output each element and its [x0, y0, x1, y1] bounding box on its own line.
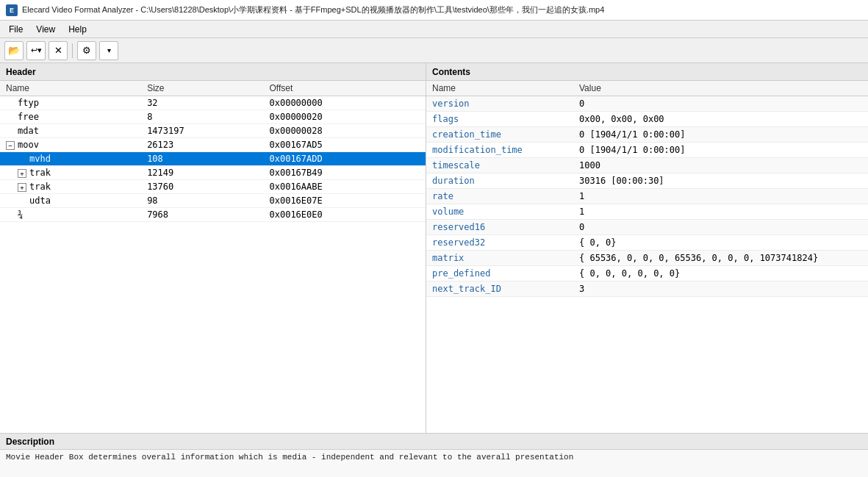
contents-panel-title: Contents	[426, 63, 868, 81]
header-table-header-row: Name Size Offset	[0, 81, 426, 96]
header-panel-title: Header	[0, 63, 426, 81]
menu-help[interactable]: Help	[62, 23, 93, 36]
table-row[interactable]: mdat14731970x00000028	[0, 124, 426, 138]
header-scroll-area[interactable]: Name Size Offset ftyp320x00000000free80x…	[0, 81, 426, 433]
list-item[interactable]: volume1	[426, 204, 868, 220]
content-field-name: reserved16	[426, 220, 573, 235]
list-item[interactable]: duration30316 [00:00:30]	[426, 173, 868, 189]
row-offset: 0x00167ADD	[263, 152, 426, 166]
row-name: udta	[0, 194, 141, 208]
table-row[interactable]: +trak121490x00167B49	[0, 166, 426, 180]
list-item[interactable]: rate1	[426, 189, 868, 204]
header-table: Name Size Offset ftyp320x00000000free80x…	[0, 81, 426, 222]
extra-button[interactable]: ▾	[99, 41, 118, 60]
content-field-value: 3	[573, 281, 868, 297]
content-field-value: 0	[573, 96, 868, 112]
row-offset: 0x00000028	[263, 124, 426, 138]
toolbar: 📂 ↩▾ ✕ ⚙ ▾	[0, 38, 868, 63]
contents-col-name: Name	[426, 81, 573, 96]
row-offset: 0x00167AD5	[263, 138, 426, 152]
row-size: 108	[141, 152, 263, 166]
content-field-name: next_track_ID	[426, 281, 573, 297]
list-item[interactable]: reserved32{ 0, 0}	[426, 235, 868, 251]
table-row[interactable]: free80x00000020	[0, 110, 426, 124]
list-item[interactable]: matrix{ 65536, 0, 0, 0, 65536, 0, 0, 0, …	[426, 251, 868, 266]
close-button[interactable]: ✕	[49, 41, 68, 60]
list-item[interactable]: version0	[426, 96, 868, 112]
content-field-name: modification_time	[426, 143, 573, 158]
list-item[interactable]: flags0x00, 0x00, 0x00	[426, 112, 868, 127]
content-field-name: volume	[426, 204, 573, 220]
contents-table-body: version0flags0x00, 0x00, 0x00creation_ti…	[426, 96, 868, 297]
content-field-name: reserved32	[426, 235, 573, 251]
main-area: Header Name Size Offset ftyp320x00000000…	[0, 63, 868, 433]
contents-col-value: Value	[573, 81, 868, 96]
list-item[interactable]: creation_time0 [1904/1/1 0:00:00]	[426, 127, 868, 143]
description-bar: Description Movie Header Box determines …	[0, 433, 868, 477]
row-size: 12149	[141, 166, 263, 180]
list-item[interactable]: reserved160	[426, 220, 868, 235]
settings-button[interactable]: ⚙	[77, 41, 96, 60]
row-name: +trak	[0, 180, 141, 194]
expand-icon[interactable]: +	[18, 169, 26, 178]
row-size: 1473197	[141, 124, 263, 138]
open-button[interactable]: 📂	[4, 41, 24, 60]
col-name: Name	[0, 81, 141, 96]
content-field-value: 1	[573, 189, 868, 204]
content-field-value: { 0, 0, 0, 0, 0, 0}	[573, 266, 868, 281]
title-text: Elecard Video Format Analyzer - C:\Users…	[22, 4, 862, 15]
row-name: −moov	[0, 138, 141, 152]
content-field-value: 1	[573, 204, 868, 220]
content-field-value: 0 [1904/1/1 0:00:00]	[573, 127, 868, 143]
contents-scroll-area[interactable]: Name Value version0flags0x00, 0x00, 0x00…	[426, 81, 868, 433]
table-row[interactable]: −moov261230x00167AD5	[0, 138, 426, 152]
menu-bar: File View Help	[0, 21, 868, 38]
row-name: mdat	[0, 124, 141, 138]
contents-panel: Contents Name Value version0flags0x00, 0…	[426, 63, 868, 433]
content-field-name: timescale	[426, 158, 573, 173]
content-field-name: rate	[426, 189, 573, 204]
content-field-name: duration	[426, 173, 573, 189]
table-row[interactable]: udta980x0016E07E	[0, 194, 426, 208]
list-item[interactable]: timescale1000	[426, 158, 868, 173]
list-item[interactable]: next_track_ID3	[426, 281, 868, 297]
col-size: Size	[141, 81, 263, 96]
content-field-name: pre_defined	[426, 266, 573, 281]
content-field-value: 0 [1904/1/1 0:00:00]	[573, 143, 868, 158]
row-size: 13760	[141, 180, 263, 194]
content-field-name: version	[426, 96, 573, 112]
row-offset: 0x0016AABE	[263, 180, 426, 194]
header-table-body: ftyp320x00000000free80x00000020mdat14731…	[0, 96, 426, 222]
row-size: 98	[141, 194, 263, 208]
contents-table: Name Value version0flags0x00, 0x00, 0x00…	[426, 81, 868, 297]
row-name: +trak	[0, 166, 141, 180]
menu-view[interactable]: View	[30, 23, 61, 36]
row-name: free	[0, 110, 141, 124]
table-row[interactable]: mvhd1080x00167ADD	[0, 152, 426, 166]
table-row[interactable]: ftyp320x00000000	[0, 96, 426, 110]
content-field-value: 0	[573, 220, 868, 235]
collapse-icon[interactable]: −	[6, 141, 15, 150]
table-row[interactable]: ¾79680x0016E0E0	[0, 208, 426, 222]
list-item[interactable]: modification_time0 [1904/1/1 0:00:00]	[426, 143, 868, 158]
content-field-value: 0x00, 0x00, 0x00	[573, 112, 868, 127]
content-field-name: matrix	[426, 251, 573, 266]
row-size: 26123	[141, 138, 263, 152]
row-size: 8	[141, 110, 263, 124]
content-field-value: { 0, 0}	[573, 235, 868, 251]
row-offset: 0x0016E07E	[263, 194, 426, 208]
list-item[interactable]: pre_defined{ 0, 0, 0, 0, 0, 0}	[426, 266, 868, 281]
row-name: mvhd	[0, 152, 141, 166]
expand-icon[interactable]: +	[18, 183, 26, 192]
content-field-name: creation_time	[426, 127, 573, 143]
header-panel: Header Name Size Offset ftyp320x00000000…	[0, 63, 426, 433]
menu-file[interactable]: File	[3, 23, 29, 36]
app-icon: E	[6, 4, 18, 16]
row-name: ftyp	[0, 96, 141, 110]
undo-button[interactable]: ↩▾	[26, 41, 46, 60]
row-offset: 0x00167B49	[263, 166, 426, 180]
description-text: Movie Header Box determines overall info…	[0, 450, 868, 477]
title-bar: E Elecard Video Format Analyzer - C:\Use…	[0, 0, 868, 21]
toolbar-separator	[72, 43, 73, 58]
table-row[interactable]: +trak137600x0016AABE	[0, 180, 426, 194]
